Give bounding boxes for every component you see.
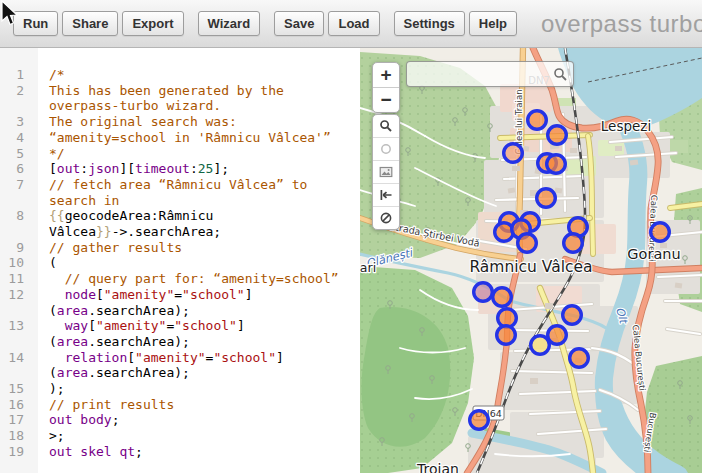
- zoom-in-button[interactable]: +: [373, 63, 399, 88]
- line-number: [0, 193, 38, 209]
- code-line: (area.searchArea);: [38, 303, 190, 319]
- code-line: relation["amenity"="school"]: [38, 350, 284, 366]
- share-button[interactable]: Share: [62, 11, 118, 36]
- line-number: 3: [0, 114, 38, 130]
- code-row: 18>;: [0, 428, 360, 444]
- line-number: 13: [0, 318, 38, 334]
- run-button[interactable]: Run: [13, 11, 58, 36]
- line-number: 10: [0, 255, 38, 271]
- help-button[interactable]: Help: [469, 11, 517, 36]
- load-button[interactable]: Load: [328, 11, 379, 36]
- zoom-out-button[interactable]: −: [373, 88, 399, 112]
- line-number: 5: [0, 146, 38, 162]
- app-logo-text: overpass turbo: [541, 10, 702, 38]
- overpass-turbo-app: RunShareExportWizardSaveLoadSettingsHelp…: [0, 0, 702, 473]
- code-line: */: [38, 146, 65, 162]
- wizard-button[interactable]: Wizard: [198, 11, 261, 36]
- code-row: 13 way["amenity"="school"]: [0, 318, 360, 334]
- line-number: 17: [0, 412, 38, 428]
- code-line: The original search was:: [38, 114, 237, 130]
- map-label: Goranu: [627, 246, 680, 262]
- school-marker[interactable]: [493, 288, 512, 307]
- code-row: 17out body;: [0, 412, 360, 428]
- line-number: [0, 334, 38, 350]
- map-canvas[interactable]: DN64DN7Calea lui TraianStrada Știrbei Vo…: [360, 48, 702, 473]
- school-marker[interactable]: [531, 336, 550, 355]
- code-row: (area.searchArea);: [0, 365, 360, 381]
- export-image-button[interactable]: [373, 161, 399, 184]
- code-line: (area.searchArea);: [38, 334, 190, 350]
- school-marker[interactable]: [548, 326, 567, 345]
- toolbar-buttons: RunShareExportWizardSaveLoadSettingsHelp: [13, 11, 531, 36]
- toolbar-group: SettingsHelp: [394, 11, 521, 36]
- code-row: search in: [0, 193, 360, 209]
- settings-button[interactable]: Settings: [394, 11, 465, 36]
- code-row: (area.searchArea);: [0, 303, 360, 319]
- line-number: 11: [0, 271, 38, 287]
- code-line: (: [38, 255, 57, 271]
- code-line: node["amenity"="school"]: [38, 287, 253, 303]
- map-tools: [372, 114, 400, 230]
- app-logo: overpass turbo: [541, 10, 702, 38]
- code-row: 16// print results: [0, 397, 360, 413]
- line-number: 12: [0, 287, 38, 303]
- code-line: // fetch area “Râmnicu Vâlcea” to: [38, 177, 307, 193]
- code-line: [out:json][timeout:25];: [38, 161, 229, 177]
- school-marker[interactable]: [547, 155, 566, 174]
- code-row: 9// gather results: [0, 240, 360, 256]
- map-search-input[interactable]: [411, 63, 553, 87]
- school-marker[interactable]: [474, 283, 493, 302]
- code-rows: 1/*2This has been generated by theoverpa…: [0, 67, 360, 460]
- school-marker[interactable]: [548, 126, 567, 145]
- map-label: ari: [360, 260, 376, 275]
- school-marker[interactable]: [537, 189, 556, 208]
- code-line: {{geocodeArea:Râmnicu: [38, 208, 213, 224]
- code-row: 8{{geocodeArea:Râmnicu: [0, 208, 360, 224]
- code-row: 2This has been generated by the: [0, 83, 360, 99]
- export-button[interactable]: Export: [122, 11, 183, 36]
- school-marker[interactable]: [528, 111, 547, 130]
- line-number: [0, 224, 38, 240]
- school-marker[interactable]: [563, 306, 582, 325]
- school-marker[interactable]: [651, 223, 670, 242]
- collapse-editor-button[interactable]: [373, 184, 399, 207]
- line-number: 9: [0, 240, 38, 256]
- zoom-to-data-button[interactable]: [373, 115, 399, 138]
- line-number: [0, 303, 38, 319]
- school-marker[interactable]: [570, 349, 589, 368]
- line-number: 2: [0, 83, 38, 99]
- line-number: 16: [0, 397, 38, 413]
- map-zoom-control: + −: [372, 62, 400, 113]
- line-number: 1: [0, 67, 38, 83]
- school-marker[interactable]: [564, 234, 583, 253]
- map-label: Troian: [416, 461, 459, 473]
- line-number: 14: [0, 350, 38, 366]
- abort-button[interactable]: [373, 207, 399, 229]
- code-line: (area.searchArea);: [38, 365, 190, 381]
- code-row: overpass-turbo wizard.: [0, 98, 360, 114]
- magnifier-icon: [379, 119, 393, 133]
- school-marker[interactable]: [470, 411, 489, 430]
- code-row: 1/*: [0, 67, 360, 83]
- search-icon[interactable]: [553, 67, 568, 82]
- cancel-slash-icon: [379, 211, 393, 225]
- code-row: 7// fetch area “Râmnicu Vâlcea” to: [0, 177, 360, 193]
- code-line: out skel qt;: [38, 444, 143, 460]
- toolbar: RunShareExportWizardSaveLoadSettingsHelp…: [0, 0, 702, 48]
- map-label: Lespezi: [601, 118, 651, 134]
- code-row: 5*/: [0, 146, 360, 162]
- locate-circle-icon: [379, 142, 393, 156]
- save-button[interactable]: Save: [274, 11, 324, 36]
- line-number: 8: [0, 208, 38, 224]
- query-editor[interactable]: 1/*2This has been generated by theoverpa…: [0, 48, 360, 473]
- code-row: 12 node["amenity"="school"]: [0, 287, 360, 303]
- code-row: 19out skel qt;: [0, 444, 360, 460]
- school-marker[interactable]: [518, 234, 537, 253]
- school-marker[interactable]: [497, 326, 516, 345]
- code-row: 15);: [0, 381, 360, 397]
- code-row: (area.searchArea);: [0, 334, 360, 350]
- locate-button[interactable]: [373, 138, 399, 161]
- toolbar-group: Wizard: [198, 11, 265, 36]
- code-row: 11 // query part for: “amenity=school”: [0, 271, 360, 287]
- school-marker[interactable]: [504, 144, 523, 163]
